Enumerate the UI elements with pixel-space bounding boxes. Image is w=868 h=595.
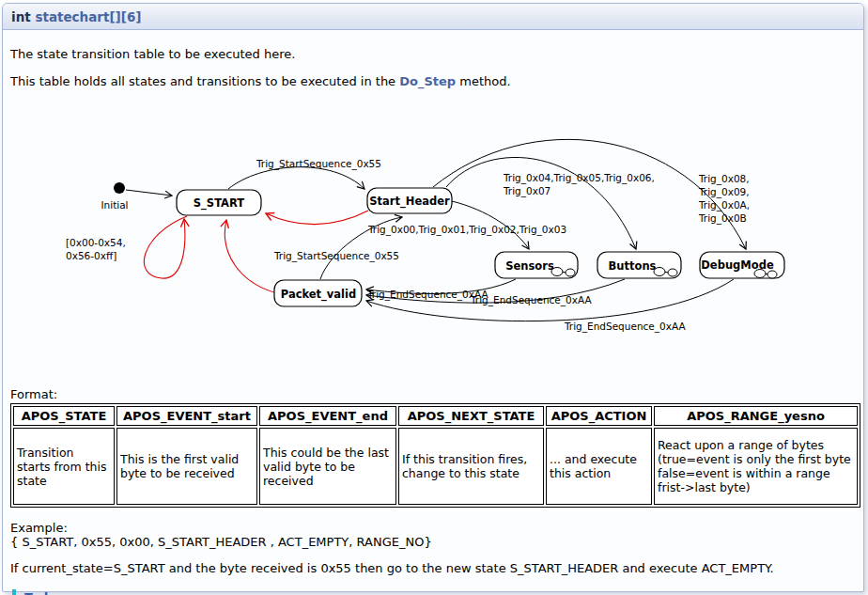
cell-apos-state-description: Transition starts from this state bbox=[13, 428, 115, 505]
label-trig-startsequence-top: Trig_StartSequence_0x55 bbox=[256, 158, 381, 170]
format-label: Format: bbox=[10, 387, 856, 401]
cell-apos-range-yesno-description: React upon a range of bytes (true=event … bbox=[654, 428, 858, 505]
todo-label: Todo: bbox=[24, 590, 856, 595]
transition-packet-valid-to-s-start-error bbox=[225, 220, 277, 293]
column-header-apos-action: APOS_ACTION bbox=[546, 406, 652, 426]
cell-apos-action-description: ... and execute this action bbox=[546, 428, 652, 505]
label-trig-04-06: Trig_0x04,Trig_0x05,Trig_0x06, bbox=[503, 172, 655, 184]
label-trig-08: Trig_0x08, bbox=[698, 173, 750, 185]
detail-text-prefix: This table holds all states and transiti… bbox=[10, 74, 399, 88]
state-buttons-label: Buttons bbox=[609, 259, 657, 273]
label-trig-09: Trig_0x09, bbox=[698, 186, 750, 198]
cell-apos-event-end-description: This could be the last valid byte to be … bbox=[259, 428, 396, 505]
todo-section: Todo: Update the diagram bbox=[12, 589, 856, 595]
example-explanation: If current_state=S_START and the byte re… bbox=[10, 561, 856, 576]
member-doc-box: int statechart[][6] The state transition… bbox=[2, 3, 864, 592]
brief-description: The state transition table to be execute… bbox=[10, 47, 856, 62]
state-s-start-label: S_START bbox=[194, 196, 245, 211]
state-packet-valid-label: Packet_valid bbox=[281, 288, 356, 302]
format-table-header-row: APOS_STATE APOS_EVENT_start APOS_EVENT_e… bbox=[13, 406, 858, 426]
transition-start-header-to-s-start-error bbox=[266, 211, 368, 225]
example-code: { S_START, 0x55, 0x00, S_START_HEADER , … bbox=[10, 535, 432, 549]
detailed-description: This table holds all states and transiti… bbox=[10, 74, 856, 89]
example-block: Example:{ S_START, 0x55, 0x00, S_START_H… bbox=[10, 521, 856, 549]
member-documentation: The state transition table to be execute… bbox=[3, 47, 863, 595]
initial-state-label: Initial bbox=[101, 199, 128, 211]
label-trig-00-03: Trig_0x00,Trig_0x01,Trig_0x02,Trig_0x03 bbox=[367, 224, 566, 236]
format-table: APOS_STATE APOS_EVENT_start APOS_EVENT_e… bbox=[10, 403, 860, 508]
label-trig-endsequence-3: Trig_EndSequence_0xAA bbox=[564, 321, 686, 333]
label-trig-0b: Trig_0x0B bbox=[698, 212, 747, 225]
initial-state-dot bbox=[114, 182, 125, 194]
column-header-apos-event-start: APOS_EVENT_start bbox=[116, 406, 257, 426]
column-header-apos-event-end: APOS_EVENT_end bbox=[259, 406, 396, 426]
detail-text-suffix: method. bbox=[456, 74, 510, 88]
format-table-description-row: Transition starts from this state This i… bbox=[13, 428, 858, 505]
cell-apos-event-start-description: This is the first valid byte to be recei… bbox=[116, 428, 257, 505]
column-header-apos-next-state: APOS_NEXT_STATE bbox=[398, 406, 544, 426]
statechart-diagram: Initial S_START Start_Header Sensors But… bbox=[10, 123, 863, 383]
member-name: statechart[][6] bbox=[35, 9, 141, 24]
member-return-type: int bbox=[11, 9, 31, 24]
example-label: Example: bbox=[10, 521, 68, 535]
column-header-apos-range-yesno: APOS_RANGE_yesno bbox=[654, 406, 858, 426]
cell-apos-next-state-description: If this transition fires, change to this… bbox=[398, 428, 544, 505]
transition-s-start-to-start-header bbox=[228, 167, 364, 189]
label-range-line2: 0x56-0xff] bbox=[66, 250, 116, 261]
label-trig-07: Trig_0x07 bbox=[503, 185, 550, 197]
label-range-line1: [0x00-0x54, bbox=[66, 237, 126, 248]
column-header-apos-state: APOS_STATE bbox=[13, 406, 115, 426]
label-trig-0a: Trig_0x0A, bbox=[698, 199, 750, 211]
member-signature-bar: int statechart[][6] bbox=[3, 4, 863, 30]
state-start-header-label: Start_Header bbox=[369, 195, 450, 209]
state-sensors-label: Sensors bbox=[505, 259, 554, 273]
doc-page: int statechart[][6] The state transition… bbox=[0, 0, 868, 595]
transition-s-start-self-loop-error bbox=[144, 216, 187, 278]
label-trig-startsequence-mid: Trig_StartSequence_0x55 bbox=[273, 250, 399, 262]
label-trig-endsequence-2: Trig_EndSequence_0xAA bbox=[470, 294, 592, 306]
transition-initial-to-s-start bbox=[126, 190, 172, 196]
do-step-link[interactable]: Do_Step bbox=[399, 74, 456, 88]
